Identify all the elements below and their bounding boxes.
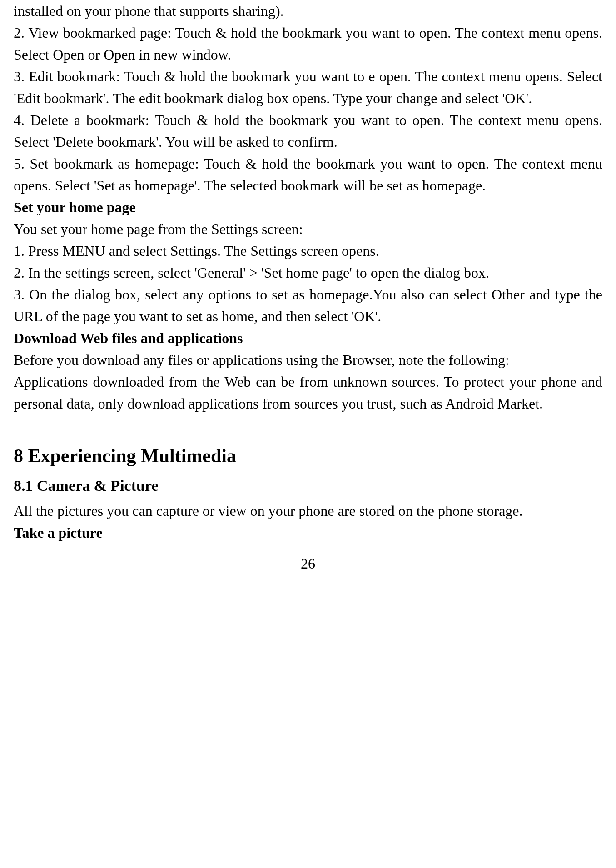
body-text: Applications downloaded from the Web can… <box>14 371 602 414</box>
body-text: 2. View bookmarked page: Touch & hold th… <box>14 22 602 65</box>
body-text: You set your home page from the Settings… <box>14 218 602 240</box>
body-text: Before you download any files or applica… <box>14 349 602 371</box>
section-heading-take-picture: Take a picture <box>14 522 602 544</box>
body-text: 4. Delete a bookmark: Touch & hold the b… <box>14 109 602 153</box>
body-text: 1. Press MENU and select Settings. The S… <box>14 240 602 262</box>
body-text: All the pictures you can capture or view… <box>14 500 602 522</box>
page-number: 26 <box>14 553 602 574</box>
section-heading-camera: 8.1 Camera & Picture <box>14 474 602 497</box>
document-page: installed on your phone that supports sh… <box>14 0 602 574</box>
body-text: 3. On the dialog box, select any options… <box>14 284 602 327</box>
body-text: installed on your phone that supports sh… <box>14 0 602 22</box>
body-text: 2. In the settings screen, select 'Gener… <box>14 262 602 284</box>
chapter-heading: 8 Experiencing Multimedia <box>14 442 602 470</box>
body-text: 5. Set bookmark as homepage: Touch & hol… <box>14 153 602 196</box>
spacer <box>14 414 602 424</box>
section-heading-set-home: Set your home page <box>14 196 602 218</box>
section-heading-download: Download Web files and applications <box>14 327 602 349</box>
body-text: 3. Edit bookmark: Touch & hold the bookm… <box>14 65 602 109</box>
